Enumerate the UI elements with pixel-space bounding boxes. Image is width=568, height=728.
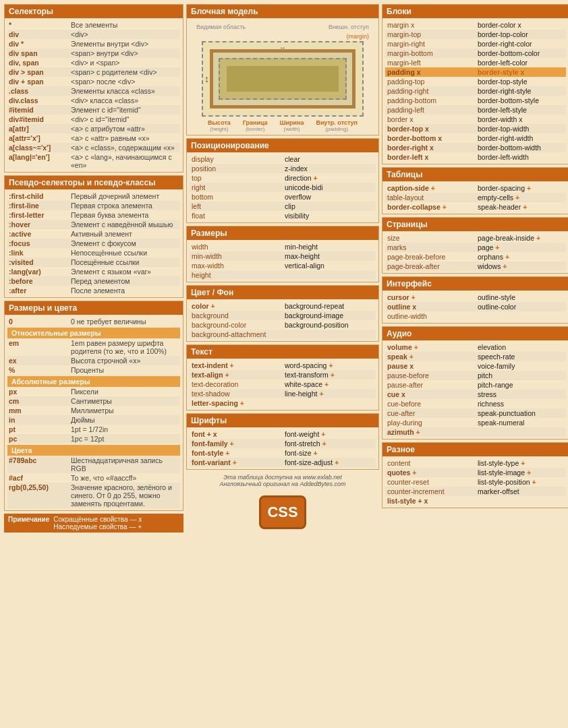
table-row: direction +: [283, 173, 376, 183]
table-row: div<div>: [7, 30, 180, 39]
prop-desc: <a> c «class», содержащим «x»: [71, 144, 175, 152]
outer-margin-label: Внешн. отступ: [329, 24, 369, 30]
table-row: font-family +: [190, 439, 283, 448]
table-row: list-style-position +: [476, 477, 566, 487]
table-row: height: [190, 270, 283, 280]
table-row: visibility: [283, 211, 376, 220]
prop-desc: 0 не требует величины: [71, 317, 146, 326]
table-row: white-space +: [283, 380, 376, 389]
table-row: [283, 270, 376, 280]
color-bg-content: color +background-repeat backgroundbackg…: [187, 299, 378, 341]
misc-content: contentlist-style-type + quotes +list-st…: [382, 456, 568, 508]
table-row: outline-color: [476, 302, 566, 311]
prop-desc: <span> внутри <div>: [71, 49, 138, 57]
table-row: background-position: [283, 320, 376, 330]
table-row: background-image: [283, 311, 376, 320]
table-row: padding-top: [385, 77, 476, 86]
prop: px: [9, 388, 69, 396]
table-row: max-height: [283, 251, 376, 261]
table-row: inДюймы: [7, 415, 180, 425]
table-row: [476, 427, 566, 437]
block-model-section: Блочная модель Видимая область Внешн. от…: [186, 4, 379, 135]
fonts-content: font + xfont-weight + font-family +font-…: [187, 427, 378, 469]
prop: pc: [9, 435, 69, 443]
prop: *: [9, 21, 69, 29]
audio-section: Аудио volume +elevation speak +speech-ra…: [382, 326, 568, 439]
table-row: counter-increment: [385, 487, 476, 496]
table-row: bottom: [190, 192, 283, 202]
table-row: .classЭлементы класса «class»: [7, 86, 180, 96]
prop: #acf: [9, 474, 69, 482]
table-row: background-color: [190, 320, 283, 330]
table-row: pxПиксели: [7, 387, 180, 396]
table-row: *Все элементы: [7, 20, 180, 30]
table-row: border-collapse +: [385, 202, 476, 212]
table-row: caption-side +: [385, 183, 476, 193]
abs-sizes-subtitle: Абсолютные размеры: [7, 376, 180, 387]
prop: div, span: [9, 59, 69, 67]
prop-desc: 1pc = 12pt: [71, 435, 104, 443]
table-row: :beforeПеред элементом: [7, 276, 180, 286]
prop: :lang(var): [9, 268, 69, 276]
table-row: counter-reset: [385, 477, 476, 487]
prop: a[lang|='en']: [9, 153, 69, 169]
prop: :after: [9, 286, 69, 295]
prop: a[attr='x']: [9, 134, 69, 142]
prop: :link: [9, 249, 69, 257]
tables-title: Таблицы: [382, 168, 568, 181]
table-row: rgb(0,25,50)Значение красного, зелёного …: [7, 483, 180, 508]
blocks-content: margin xborder-color x margin-topborder-…: [382, 18, 568, 164]
prop-desc: Элементы класса «class»: [71, 87, 155, 95]
pseudo-title: Псевдо-селекторы и псевдо-классы: [5, 176, 183, 189]
prop: div#itemid: [9, 115, 69, 123]
prop: div *: [9, 40, 69, 48]
table-row: voice-family: [476, 361, 566, 371]
prop: mm: [9, 406, 69, 415]
blocks-title: Блоки: [382, 5, 568, 18]
prop: in: [9, 416, 69, 424]
table-row: text-align +: [190, 370, 283, 380]
table-row: margin-top: [385, 30, 476, 39]
table-row: right: [190, 183, 283, 192]
prop-desc: <span> с родителем <div>: [71, 68, 157, 76]
table-row: color +: [190, 301, 283, 311]
column-3: Блоки margin xborder-color x margin-topb…: [380, 3, 568, 535]
prop: a[class~='x']: [9, 144, 69, 152]
table-row: border-width x: [476, 115, 566, 124]
table-row: border-style x: [476, 67, 566, 77]
table-row: elevation: [476, 342, 566, 352]
table-row: div + span<span> после <div>: [7, 77, 180, 86]
prop-desc: 1em равен размеру шрифта родителя (то же…: [71, 339, 179, 355]
table-row: overflow: [283, 192, 376, 202]
table-row: margin-bottom: [385, 49, 476, 58]
positioning-section: Позиционирование displayclear positionz-…: [186, 138, 379, 223]
prop: :first-child: [9, 192, 69, 200]
table-row: border-top-style: [476, 77, 566, 86]
note-label: Примечание: [8, 516, 49, 523]
prop: :first-letter: [9, 211, 69, 219]
table-row: page-break-before: [385, 252, 476, 262]
prop-desc: Проценты: [71, 366, 104, 374]
table-row: border-top-width: [476, 124, 566, 133]
table-row: border x: [385, 115, 476, 124]
prop: div + span: [9, 78, 69, 86]
prop: a[attr]: [9, 125, 69, 133]
table-row: border-bottom x: [385, 133, 476, 143]
table-row: list-style-image +: [476, 468, 566, 477]
table-row: quotes +: [385, 468, 476, 477]
table-row: clear: [283, 154, 376, 164]
prop-desc: <a> c «lang», начинающимся с «en»: [71, 153, 179, 169]
prop: div.class: [9, 96, 69, 104]
prop-desc: То же, что «#aaccff»: [71, 474, 136, 482]
table-row: border-top x: [385, 124, 476, 133]
prop: em: [9, 339, 69, 355]
table-row: border-right-style: [476, 86, 566, 96]
audio-grid: volume +elevation speak +speech-rate pau…: [385, 342, 566, 437]
table-row: border-bottom-color: [476, 49, 566, 58]
table-row: em1em равен размеру шрифта родителя (то …: [7, 338, 180, 356]
width-label: Ширина (width): [279, 119, 304, 132]
table-row: outline x: [385, 302, 476, 311]
sizes-colors-content: 00 не требует величины Относительные раз…: [5, 315, 183, 510]
prop-desc: <a> c «attr» равным «x»: [71, 134, 150, 142]
text-content: text-indent +word-spacing + text-align +…: [187, 359, 378, 410]
